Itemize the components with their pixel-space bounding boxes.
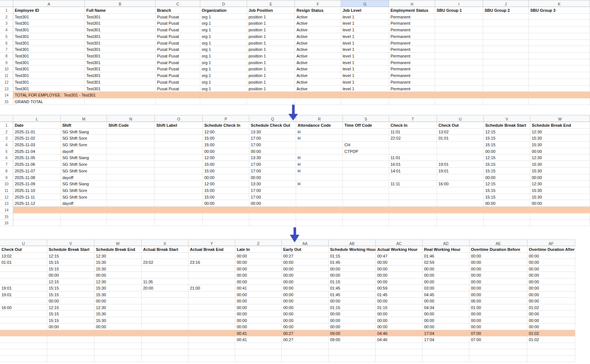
cell[interactable] — [107, 154, 155, 161]
cell[interactable] — [0, 317, 47, 324]
cell[interactable]: SG Shift Sore — [61, 168, 107, 174]
cell[interactable]: 00:00 — [329, 311, 376, 317]
cell[interactable]: 04:34 — [423, 304, 469, 311]
cell[interactable]: 00:00 — [235, 266, 282, 272]
cell[interactable]: Test301 — [85, 40, 156, 46]
cell[interactable]: 02:59 — [423, 259, 469, 266]
cell[interactable]: Pusat Pusat — [156, 46, 200, 53]
cell[interactable] — [343, 187, 389, 194]
cell[interactable]: Active — [295, 85, 341, 92]
cell[interactable]: org 1 — [200, 33, 247, 40]
cell[interactable]: SG Shift Sore — [61, 141, 107, 148]
cell[interactable] — [0, 272, 47, 279]
cell[interactable] — [484, 213, 530, 220]
cell[interactable]: 01:45 — [329, 259, 376, 266]
cell[interactable] — [529, 46, 590, 53]
cell[interactable] — [483, 79, 529, 85]
cell[interactable]: Test301 — [13, 85, 85, 92]
cell[interactable]: 13:02 — [0, 253, 47, 259]
cell[interactable]: 07:00 — [469, 336, 527, 343]
cell[interactable] — [389, 148, 437, 155]
cell[interactable] — [47, 336, 94, 343]
cell[interactable]: Test301 — [85, 72, 156, 79]
cell[interactable] — [529, 14, 590, 20]
cell[interactable] — [437, 141, 484, 148]
cell[interactable] — [142, 304, 188, 311]
cell[interactable]: 15:00 — [203, 194, 249, 200]
column-header-m[interactable]: M — [61, 115, 107, 122]
cell[interactable]: Permanent — [389, 66, 435, 72]
cell[interactable] — [247, 98, 295, 105]
cell[interactable]: 01:15 — [329, 304, 376, 311]
cell[interactable]: Permanent — [389, 20, 435, 27]
cell[interactable]: 17:04 — [423, 330, 469, 337]
cell[interactable]: 00:00 — [527, 317, 575, 324]
cell[interactable] — [329, 349, 376, 356]
cell[interactable] — [437, 213, 484, 220]
cell[interactable]: 21:00 — [188, 285, 235, 291]
cell[interactable] — [343, 161, 389, 168]
cell[interactable]: 15:00 — [203, 135, 249, 141]
cell[interactable] — [529, 98, 590, 105]
cell[interactable]: 12:30 — [94, 304, 142, 311]
cell[interactable] — [389, 98, 435, 105]
cell[interactable] — [142, 311, 188, 317]
cell[interactable]: Active — [295, 27, 341, 33]
row-number[interactable]: 10 — [0, 66, 13, 72]
cell[interactable] — [249, 220, 296, 226]
cell[interactable] — [107, 187, 155, 194]
cell[interactable]: Permanent — [389, 40, 435, 46]
cell[interactable] — [389, 200, 437, 207]
cell[interactable] — [155, 141, 203, 148]
cell[interactable] — [142, 336, 188, 343]
cell[interactable]: 01:15 — [329, 253, 376, 259]
cell[interactable] — [435, 20, 483, 27]
cell[interactable]: 01:15 — [376, 304, 423, 311]
cell[interactable]: org 1 — [200, 53, 247, 59]
cell[interactable] — [341, 92, 389, 98]
cell[interactable]: level 1 — [341, 14, 389, 20]
cell[interactable]: Active — [295, 20, 341, 27]
cell[interactable] — [155, 194, 203, 200]
cell[interactable]: 19:01 — [0, 291, 47, 298]
cell[interactable] — [13, 220, 61, 226]
cell[interactable] — [529, 79, 590, 85]
cell[interactable] — [94, 343, 142, 350]
cell[interactable]: 17:00 — [249, 187, 296, 194]
cell[interactable] — [0, 311, 47, 317]
column-header-u[interactable]: U — [437, 115, 484, 122]
cell[interactable]: Actual Break End — [188, 246, 235, 253]
column-header-ab[interactable]: AB — [329, 239, 376, 246]
cell[interactable]: 00:59 — [376, 285, 423, 291]
cell[interactable]: 15:15 — [484, 194, 530, 200]
cell[interactable]: Test301 — [13, 79, 85, 85]
cell[interactable] — [437, 154, 484, 161]
cell[interactable]: 01:45 — [376, 291, 423, 298]
cell[interactable] — [341, 98, 389, 105]
cell[interactable] — [142, 356, 188, 363]
cell[interactable]: level 1 — [341, 27, 389, 33]
cell[interactable]: 06:00 — [469, 298, 527, 304]
cell[interactable]: 15:30 — [94, 266, 142, 272]
cell[interactable]: 00:00 — [282, 311, 329, 317]
cell[interactable]: 00:00 — [469, 285, 527, 291]
cell[interactable]: 15:15 — [484, 135, 530, 141]
cell[interactable] — [483, 66, 529, 72]
cell[interactable]: 00:00 — [527, 298, 575, 304]
cell[interactable]: Check In — [389, 122, 437, 129]
cell[interactable] — [107, 141, 155, 148]
cell[interactable]: 00:00 — [469, 272, 527, 279]
cell[interactable] — [529, 20, 590, 27]
cell[interactable] — [529, 92, 590, 98]
cell[interactable]: 00:00 — [329, 266, 376, 272]
cell[interactable]: level 1 — [341, 40, 389, 46]
cell[interactable]: 12:30 — [530, 181, 590, 187]
cell[interactable]: Check Out — [0, 246, 47, 253]
cell[interactable] — [389, 220, 437, 226]
cell[interactable] — [107, 135, 155, 141]
cell[interactable]: 00:00 — [423, 279, 469, 285]
cell[interactable] — [389, 207, 437, 213]
cell[interactable]: 12:30 — [530, 154, 590, 161]
cell[interactable]: 00:00 — [94, 298, 142, 304]
cell[interactable] — [0, 323, 47, 330]
